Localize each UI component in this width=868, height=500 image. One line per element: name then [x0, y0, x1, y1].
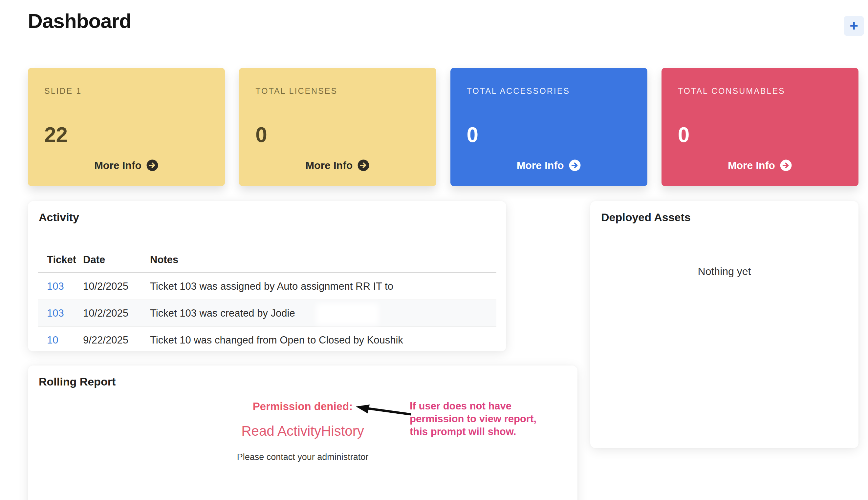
rolling-report-panel: Rolling Report Permission denied: Read A… [28, 365, 577, 500]
stat-card-label: TOTAL ACCESSORIES [467, 86, 631, 96]
row-date: 9/22/2025 [83, 334, 150, 346]
stat-card-slide-1: SLIDE 1 22 More Info [28, 68, 225, 186]
stat-card-value: 0 [467, 123, 631, 147]
stat-card-label: SLIDE 1 [44, 86, 209, 96]
stat-card-label: TOTAL LICENSES [255, 86, 420, 96]
stat-card-value: 0 [255, 123, 420, 147]
contact-admin-text: Please contact your administrator [28, 452, 577, 462]
annotation-note: If user does not have permission to view… [410, 400, 536, 438]
add-widget-button[interactable]: + [844, 16, 864, 36]
ticket-link[interactable]: 103 [47, 307, 64, 319]
table-row: 103 10/2/2025 Ticket 103 was created by … [38, 300, 497, 327]
arrow-circle-right-icon [146, 159, 158, 172]
more-info-link[interactable]: More Info [305, 159, 370, 172]
stat-card-total-consumables: TOTAL CONSUMABLES 0 More Info [661, 68, 858, 186]
ticket-link[interactable]: 10 [47, 334, 58, 346]
row-notes: Ticket 10 was changed from Open to Close… [150, 334, 497, 346]
table-row: 103 10/2/2025 Ticket 103 was assigned by… [38, 273, 497, 300]
activity-panel: Activity Ticket Date Notes 103 10/2/2025… [28, 201, 506, 351]
row-notes: Ticket 103 was assigned by Auto assignme… [150, 281, 497, 292]
arrow-circle-right-icon [780, 159, 792, 172]
more-info-link[interactable]: More Info [728, 159, 792, 172]
deployed-assets-panel: Deployed Assets Nothing yet [590, 201, 858, 448]
rolling-report-title: Rolling Report [39, 375, 115, 388]
deployed-assets-empty-text: Nothing yet [590, 265, 858, 277]
activity-title: Activity [39, 211, 79, 224]
stat-card-label: TOTAL CONSUMABLES [678, 86, 842, 96]
column-header-date: Date [83, 254, 150, 266]
activity-table: Ticket Date Notes 103 10/2/2025 Ticket 1… [38, 247, 497, 351]
more-info-label: More Info [728, 159, 775, 172]
row-date: 10/2/2025 [83, 307, 150, 319]
stat-card-value: 0 [678, 123, 842, 147]
stat-card-total-accessories: TOTAL ACCESSORIES 0 More Info [450, 68, 647, 186]
column-header-ticket: Ticket [38, 254, 83, 266]
stat-cards-row: SLIDE 1 22 More Info TOTAL LICENSES 0 Mo… [28, 68, 858, 186]
more-info-label: More Info [94, 159, 142, 172]
more-info-label: More Info [305, 159, 353, 172]
stat-card-value: 22 [44, 123, 209, 147]
table-row: 10 9/22/2025 Ticket 10 was changed from … [38, 327, 497, 351]
annotation-line: permission to view report, [410, 412, 536, 425]
stat-card-total-licenses: TOTAL LICENSES 0 More Info [239, 68, 436, 186]
arrow-circle-right-icon [569, 159, 581, 172]
more-info-link[interactable]: More Info [517, 159, 581, 172]
annotation-arrow-icon [355, 404, 414, 417]
more-info-label: More Info [517, 159, 564, 172]
page-title: Dashboard [28, 9, 131, 33]
more-info-link[interactable]: More Info [94, 159, 158, 172]
column-header-notes: Notes [150, 254, 497, 266]
arrow-circle-right-icon [357, 159, 370, 172]
row-notes: Ticket 103 was created by Jodie [150, 307, 497, 319]
activity-table-header: Ticket Date Notes [38, 247, 497, 273]
annotation-line: this prompt will show. [410, 425, 536, 438]
annotation-line: If user does not have [410, 400, 536, 412]
row-date: 10/2/2025 [83, 281, 150, 292]
deployed-assets-title: Deployed Assets [601, 211, 691, 224]
ticket-link[interactable]: 103 [47, 281, 64, 292]
